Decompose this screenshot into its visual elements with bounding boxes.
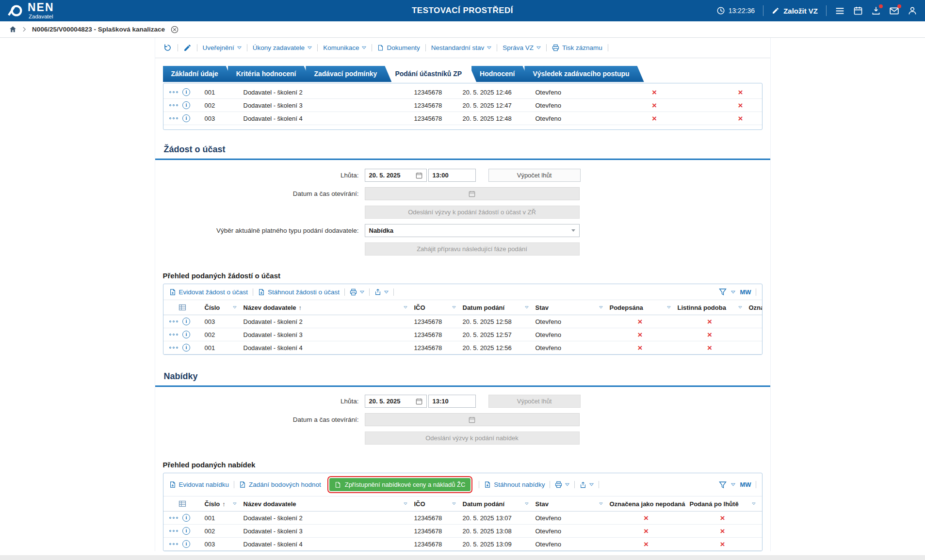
column-header-stav[interactable]: Stav: [532, 304, 606, 311]
lhuta-date-input[interactable]: 20. 5. 2025: [365, 395, 427, 408]
downloads-icon[interactable]: [871, 6, 881, 16]
column-header-dodavatel[interactable]: Název dodavatele ↑: [240, 304, 411, 311]
typ-podani-select[interactable]: Nabídka: [365, 224, 580, 237]
column-settings-icon[interactable]: [163, 500, 201, 508]
menu-komunikace[interactable]: Komunikace: [323, 44, 366, 51]
table-row[interactable]: 002 Dodavatel - školení 3 12345678 20. 5…: [163, 328, 762, 341]
info-icon[interactable]: [182, 331, 190, 338]
zadani-bodovych-hodnot-button[interactable]: Zadání bodových hodnot: [239, 481, 321, 488]
column-header-listinna[interactable]: Listinná podoba: [674, 304, 746, 311]
table-row[interactable]: 003 Dodavatel - školení 4 12345678 20. 5…: [163, 538, 762, 551]
menu-hamburger-icon[interactable]: [835, 6, 845, 16]
column-header-stav[interactable]: Stav: [532, 500, 606, 508]
menu-uverejneni[interactable]: Uveřejnění: [203, 44, 242, 51]
row-actions-icon[interactable]: [169, 91, 179, 94]
evidovat-nabidku-button[interactable]: Evidovat nabídku: [169, 481, 229, 488]
filter-icon[interactable]: [719, 481, 727, 489]
column-header-cislo[interactable]: Číslo: [201, 304, 240, 311]
info-icon[interactable]: [182, 514, 190, 522]
lhuta-label: Lhůta:: [155, 398, 365, 405]
row-actions-icon[interactable]: [169, 530, 179, 532]
print-table-button[interactable]: [555, 481, 569, 488]
lhuta-time-input[interactable]: 13:10: [428, 395, 476, 408]
column-header-ico[interactable]: IČO: [411, 500, 459, 508]
create-vz-button[interactable]: Založit VZ: [772, 7, 818, 15]
info-icon[interactable]: [182, 318, 190, 325]
edit-record-icon[interactable]: [183, 44, 192, 52]
table-row[interactable]: 002 Dodavatel - školení 3 12345678 20. 5…: [163, 99, 762, 112]
info-icon[interactable]: [182, 540, 190, 548]
document-edit-icon: [239, 481, 246, 488]
cross-icon: ×: [638, 344, 643, 352]
calendar-icon[interactable]: [853, 6, 863, 16]
vypocet-lhut-button: Výpočet lhůt: [488, 395, 581, 408]
cross-icon: ×: [707, 344, 712, 352]
zpristupneni-nabidkove-ceny-button[interactable]: Zpřístupnění nabídkové ceny a nákladů ŽC: [329, 478, 471, 491]
table-row[interactable]: 001 Dodavatel - školení 2 12345678 20. 5…: [163, 86, 762, 99]
record-breadcrumb-title[interactable]: N006/25/V00004823 - Splašková kanalizace: [32, 26, 165, 33]
column-header-dodavatel[interactable]: Název dodavatele: [240, 500, 411, 508]
menu-tisk-zaznamu[interactable]: Tisk záznamu: [552, 44, 602, 51]
info-icon[interactable]: [182, 114, 190, 122]
print-table-button[interactable]: [350, 288, 364, 296]
tab-vysledek-zadavaciho-postupu[interactable]: Výsledek zadávacího postupu: [524, 66, 644, 82]
row-actions-icon[interactable]: [169, 334, 179, 336]
stahnout-nabidky-button[interactable]: Stáhnout nabídky: [484, 481, 545, 488]
menu-ukony-zadavatele[interactable]: Úkony zadavatele: [253, 44, 312, 51]
column-header-datum[interactable]: Datum podání: [459, 500, 532, 508]
table-row[interactable]: 003 Dodavatel - školení 2 12345678 20. 5…: [163, 315, 762, 328]
tab-kriteria-hodnoceni[interactable]: Kritéria hodnocení: [228, 66, 311, 82]
column-header-oznacena[interactable]: Označena jako nepodaná: [606, 500, 686, 508]
column-settings-icon[interactable]: [163, 304, 201, 311]
page-bottom-scrollbar[interactable]: [0, 555, 925, 560]
column-header-cislo[interactable]: Číslo ↑: [201, 500, 240, 508]
vypocet-lhut-button[interactable]: Výpočet lhůt: [488, 169, 581, 182]
stahnout-zadosti-button[interactable]: Stáhnout žádosti o účast: [258, 288, 340, 296]
nen-logo[interactable]: NEN Zadavatel: [8, 2, 54, 20]
column-header-podana[interactable]: Podaná po lhůtě: [686, 500, 759, 508]
info-icon[interactable]: [182, 344, 190, 352]
info-icon[interactable]: [182, 527, 190, 535]
info-icon[interactable]: [182, 88, 190, 96]
home-icon[interactable]: [9, 25, 17, 33]
messages-icon[interactable]: [889, 6, 899, 16]
clock-icon: [716, 6, 725, 15]
section-title: Nabídky: [163, 355, 763, 385]
column-header-ico[interactable]: IČO: [411, 304, 459, 311]
menu-dokumenty[interactable]: Dokumenty: [377, 44, 420, 51]
column-header-oznacena[interactable]: Označena jako nepodaná: [746, 304, 762, 311]
lhuta-date-input[interactable]: 20. 5. 2025: [365, 169, 427, 182]
row-actions-icon[interactable]: [169, 320, 179, 323]
close-record-icon[interactable]: [171, 26, 179, 33]
table-row[interactable]: 003 Dodavatel - školení 4 12345678 20. 5…: [163, 112, 762, 125]
lhuta-time-input[interactable]: 13:00: [428, 169, 476, 182]
nabidky-table-header: Číslo ↑ Název dodavatele IČO Datum podán…: [163, 496, 762, 512]
row-actions-icon[interactable]: [169, 117, 179, 120]
evidovat-zadost-button[interactable]: Evidovat žádost o účast: [169, 288, 248, 296]
row-actions-icon[interactable]: [169, 347, 179, 349]
user-profile-icon[interactable]: [908, 6, 917, 16]
row-actions-icon[interactable]: [169, 104, 179, 107]
info-icon[interactable]: [182, 101, 190, 109]
export-table-button[interactable]: [374, 288, 389, 295]
mw-button[interactable]: MW: [740, 288, 751, 296]
column-header-datum[interactable]: Datum podání: [459, 304, 532, 311]
row-actions-icon[interactable]: [169, 517, 179, 519]
filter-icon[interactable]: [719, 288, 727, 296]
table-row[interactable]: 001 Dodavatel - školení 2 12345678 20. 5…: [163, 512, 762, 525]
tab-zadavaci-podminky[interactable]: Zadávací podmínky: [306, 66, 391, 82]
history-icon[interactable]: [163, 43, 172, 52]
tab-hodnoceni[interactable]: Hodnocení: [471, 66, 529, 82]
mw-button[interactable]: MW: [740, 481, 751, 488]
menu-sprava-vz[interactable]: Správa VZ: [503, 44, 541, 51]
tab-zakladni-udaje[interactable]: Základní údaje: [163, 66, 233, 82]
table-row[interactable]: 001 Dodavatel - školení 4 12345678 20. 5…: [163, 341, 762, 354]
row-actions-icon[interactable]: [169, 543, 179, 545]
export-table-button[interactable]: [580, 481, 594, 488]
menu-nestandardni-stav[interactable]: Nestandardní stav: [431, 44, 492, 51]
column-header-podepsana[interactable]: Podepsána: [606, 304, 674, 311]
cross-icon: ×: [644, 527, 649, 535]
tab-podani-ucastniku-zp[interactable]: Podání účastníků ZP: [387, 66, 476, 82]
table-row[interactable]: 002 Dodavatel - školení 3 12345678 20. 5…: [163, 525, 762, 538]
toolbar-separator: [344, 288, 345, 296]
